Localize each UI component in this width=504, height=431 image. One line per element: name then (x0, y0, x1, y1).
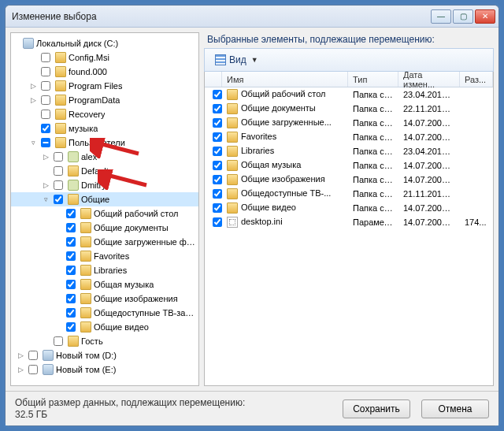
titlebar[interactable]: Изменение выбора — ▢ ✕ (6, 6, 498, 28)
expander-icon[interactable] (28, 67, 38, 76)
list-row[interactable]: Общий рабочий столПапка с фа...23.04.201… (205, 87, 493, 102)
list-row[interactable]: Общая музыкаПапка с фа...14.07.2009 ... (205, 158, 493, 173)
tree-item[interactable]: ▷ProgramData (11, 93, 198, 107)
cancel-button[interactable]: Отмена (421, 399, 489, 418)
tree-checkbox[interactable] (66, 251, 76, 261)
col-type[interactable]: Тип (348, 72, 398, 87)
list-row[interactable]: FavoritesПапка с фа...14.07.2009 ... (205, 130, 493, 144)
tree-item[interactable]: Default (11, 164, 198, 178)
tree-item[interactable]: found.000 (11, 65, 198, 79)
list-row[interactable]: desktop.iniПараметр...14.07.2009 ...174.… (205, 215, 493, 229)
file-list[interactable]: Имя Тип Дата измен... Раз... Общий рабоч… (204, 72, 494, 386)
expander-icon[interactable]: ▷ (41, 152, 50, 162)
tree-item[interactable]: ▷Program Files (11, 79, 198, 93)
tree-item[interactable]: Общедоступные ТВ-записи (11, 306, 198, 320)
expander-icon[interactable] (54, 308, 63, 318)
col-name[interactable]: Имя (222, 72, 348, 87)
expander-icon[interactable] (54, 266, 63, 275)
tree-checkbox[interactable] (41, 110, 50, 119)
tree-checkbox[interactable] (66, 209, 76, 218)
expander-icon[interactable]: ▷ (28, 81, 38, 91)
expander-icon[interactable] (41, 166, 50, 176)
tree-item[interactable]: Libraries (11, 263, 198, 277)
list-row[interactable]: Общие загруженные...Папка с фа...14.07.2… (205, 116, 493, 130)
expander-icon[interactable] (28, 53, 38, 62)
tree-item[interactable]: Общие загруженные файлы (11, 235, 198, 249)
tree-checkbox[interactable] (66, 322, 76, 332)
tree-checkbox[interactable] (41, 67, 50, 76)
list-row[interactable]: LibrariesПапка с фа...23.04.2012 ... (205, 144, 493, 158)
col-date[interactable]: Дата измен... (398, 72, 460, 87)
expander-icon[interactable]: ▷ (16, 351, 25, 360)
tree-checkbox[interactable] (28, 365, 38, 374)
tree-item[interactable]: Общие изображения (11, 292, 198, 306)
tree-item[interactable]: Favorites (11, 249, 198, 263)
tree-item[interactable]: ▿Общие (11, 192, 198, 206)
tree-item[interactable]: Общий рабочий стол (11, 206, 198, 221)
tree-checkbox[interactable] (66, 223, 76, 232)
expander-icon[interactable] (54, 322, 63, 332)
tree-checkbox[interactable] (66, 280, 76, 289)
close-button[interactable]: ✕ (475, 9, 495, 24)
tree-checkbox[interactable] (54, 166, 63, 176)
tree-checkbox[interactable] (28, 351, 38, 360)
expander-icon[interactable]: ▿ (41, 195, 50, 204)
tree-checkbox[interactable] (54, 180, 63, 190)
tree-item[interactable]: Config.Msi (11, 50, 198, 65)
row-checkbox[interactable] (213, 175, 222, 184)
expander-icon[interactable] (28, 110, 38, 119)
tree-item[interactable]: ▷Новый том (D:) (11, 348, 198, 362)
save-button[interactable]: Сохранить (343, 399, 410, 418)
row-checkbox[interactable] (213, 161, 222, 170)
list-row[interactable]: Общедоступные ТВ-...Папка с фа...21.11.2… (205, 187, 493, 201)
tree-item[interactable]: Общие видео (11, 320, 198, 334)
tree-item[interactable]: музыка (11, 121, 198, 136)
expander-icon[interactable] (41, 336, 50, 346)
expander-icon[interactable]: ▷ (16, 365, 25, 374)
tree-item[interactable]: ▷Dmitry (11, 178, 198, 192)
tree-root[interactable]: Локальный диск (C:) (11, 36, 198, 50)
row-checkbox[interactable] (213, 189, 222, 199)
expander-icon[interactable]: ▷ (28, 95, 38, 105)
column-headers[interactable]: Имя Тип Дата измен... Раз... (205, 72, 493, 87)
tree-checkbox[interactable] (41, 124, 50, 133)
maximize-button[interactable]: ▢ (453, 9, 473, 24)
expander-icon[interactable]: ▿ (28, 138, 38, 147)
tree-item[interactable]: ▷alex (11, 150, 198, 164)
tree-checkbox[interactable] (66, 308, 76, 318)
expander-icon[interactable] (54, 237, 63, 247)
expander-icon[interactable] (54, 209, 63, 218)
tree-checkbox[interactable] (54, 152, 63, 162)
expander-icon[interactable]: ▷ (41, 180, 50, 190)
row-checkbox[interactable] (213, 104, 222, 113)
tree-item[interactable]: Recovery (11, 107, 198, 121)
row-checkbox[interactable] (213, 90, 222, 99)
row-checkbox[interactable] (213, 147, 222, 156)
list-row[interactable]: Общие изображенияПапка с фа...14.07.2009… (205, 173, 493, 187)
minimize-button[interactable]: — (431, 9, 451, 24)
expander-icon[interactable] (54, 223, 63, 232)
tree-item[interactable]: Гость (11, 334, 198, 348)
list-row[interactable]: Общие видеоПапка с фа...14.07.2009 ... (205, 201, 493, 215)
tree-checkbox[interactable] (41, 53, 50, 62)
tree-checkbox[interactable] (54, 336, 63, 346)
row-checkbox[interactable] (213, 203, 222, 213)
expander-icon[interactable] (54, 251, 63, 261)
tree-item[interactable]: Общие документы (11, 221, 198, 235)
row-checkbox[interactable] (213, 132, 222, 142)
tree-checkbox[interactable] (41, 95, 50, 105)
folder-tree[interactable]: Локальный диск (C:)Config.Msifound.000▷P… (10, 32, 199, 386)
row-checkbox[interactable] (213, 217, 222, 227)
tree-item[interactable]: Общая музыка (11, 277, 198, 292)
expander-icon[interactable] (54, 294, 63, 303)
tree-checkbox[interactable] (66, 294, 76, 303)
tree-item[interactable]: ▿Пользователи (11, 136, 198, 150)
tree-checkbox[interactable] (41, 81, 50, 91)
view-mode-button[interactable]: Вид ▼ (209, 51, 264, 69)
list-row[interactable]: Общие документыПапка с фа...22.11.2011 .… (205, 102, 493, 116)
row-checkbox[interactable] (213, 118, 222, 128)
expander-icon[interactable] (54, 280, 63, 289)
tree-checkbox[interactable] (66, 237, 76, 247)
tree-checkbox[interactable] (54, 195, 63, 204)
tree-checkbox[interactable] (41, 138, 50, 147)
